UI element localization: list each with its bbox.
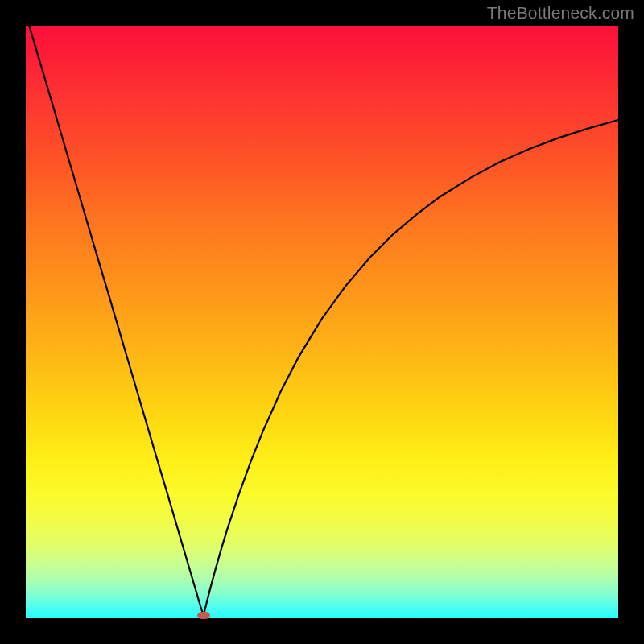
chart-container: TheBottleneck.com	[0, 0, 644, 644]
curve-right	[204, 120, 618, 615]
minimum-marker	[197, 612, 210, 620]
plot-area	[26, 26, 618, 618]
curve-layer	[26, 26, 618, 618]
attribution-label: TheBottleneck.com	[487, 3, 634, 22]
attribution-text: TheBottleneck.com	[487, 3, 634, 23]
curve-left	[26, 26, 204, 615]
